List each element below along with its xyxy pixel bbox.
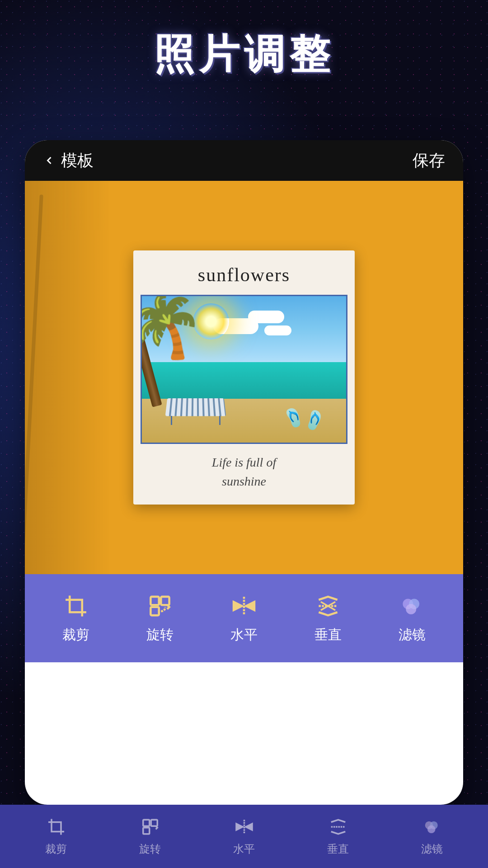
nav-horizontal-icon [232,817,257,837]
nav-item-vertical[interactable]: 垂直 [291,817,385,856]
toolbar-item-crop[interactable]: 裁剪 [34,592,118,644]
save-button[interactable]: 保存 [413,150,445,172]
svg-rect-11 [151,820,157,826]
palm-shadow-overlay [25,181,111,574]
nav-rotate-icon [138,817,163,837]
toolbar-item-horizontal[interactable]: 水平 [202,592,286,644]
photo-card[interactable]: sunflowers 🌴 🩴 🩴 Life is full of sunshin… [133,250,355,505]
filter-icon [396,592,428,619]
palm-leaves: 🌴 [141,295,207,361]
crop-icon [60,592,92,619]
vertical-flip-icon [312,592,344,619]
svg-point-19 [427,826,436,834]
nav-item-rotate[interactable]: 旋转 [103,817,197,856]
nav-crop-icon [44,817,69,837]
phone-topbar: 模板 保存 [25,140,463,181]
toolbar-item-filter[interactable]: 滤镜 [370,592,454,644]
horizontal-label: 水平 [230,626,258,644]
toolbar-item-rotate[interactable]: 旋转 [118,592,202,644]
rotate-icon [144,592,176,619]
svg-rect-2 [150,607,159,615]
page-title: 照片调整 [0,27,488,82]
crop-label: 裁剪 [62,626,89,644]
svg-point-9 [406,604,416,614]
svg-marker-4 [234,602,242,610]
back-arrow-icon [43,154,56,167]
deck-chair [166,393,225,425]
svg-rect-0 [150,596,159,604]
card-subtitle: Life is full of sunshine [133,444,355,495]
svg-rect-10 [143,820,149,826]
svg-rect-1 [161,596,169,604]
nav-horizontal-label: 水平 [233,842,255,856]
phone-mockup: 模板 保存 sunflowers 🌴 🩴 🩴 [25,140,463,805]
nav-filter-icon [420,817,445,837]
svg-marker-15 [246,824,252,830]
nav-item-filter[interactable]: 滤镜 [385,817,479,856]
rotate-label: 旋转 [146,626,174,644]
horizontal-flip-icon [228,592,260,619]
svg-marker-5 [246,602,254,610]
template-label: 模板 [61,150,94,172]
back-button[interactable]: 模板 [43,150,94,172]
canvas-area: sunflowers 🌴 🩴 🩴 Life is full of sunshin… [25,181,463,574]
filter-label: 滤镜 [399,626,426,644]
beach-cloud-2 [248,311,284,323]
bottom-nav: 裁剪 旋转 水平 [0,805,488,868]
nav-crop-label: 裁剪 [45,842,67,856]
nav-item-crop[interactable]: 裁剪 [9,817,103,856]
nav-rotate-label: 旋转 [139,842,161,856]
toolbar-item-vertical[interactable]: 垂直 [286,592,370,644]
vertical-label: 垂直 [314,626,342,644]
nav-vertical-label: 垂直 [327,842,349,856]
nav-filter-label: 滤镜 [421,842,443,856]
nav-vertical-icon [326,817,351,837]
nav-item-horizontal[interactable]: 水平 [197,817,291,856]
toolbar: 裁剪 旋转 水平 [25,574,463,662]
card-image: 🌴 🩴 🩴 [141,295,347,444]
svg-marker-14 [236,824,243,830]
svg-rect-12 [143,828,149,834]
card-title: sunflowers [133,250,355,295]
beach-cloud-3 [264,326,291,335]
